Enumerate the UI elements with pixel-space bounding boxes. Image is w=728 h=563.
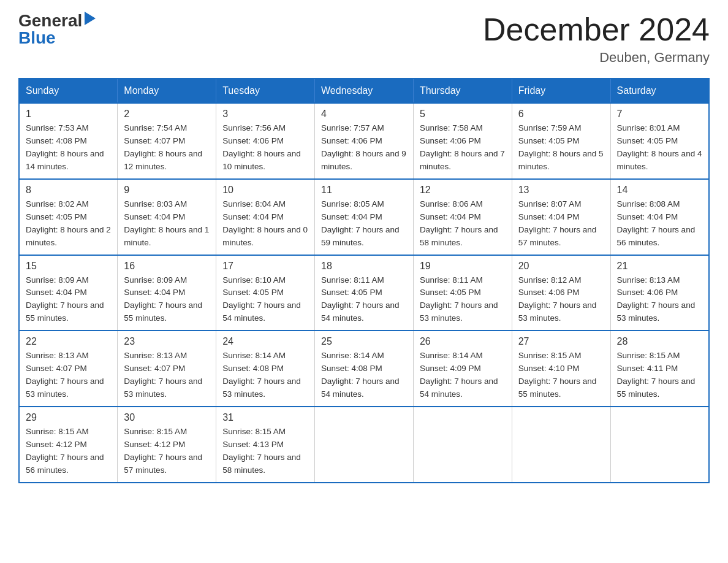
col-sunday: Sunday [19,79,118,103]
sunrise-label: Sunrise: [26,351,58,360]
day-number: 5 [420,109,506,120]
daylight-label: Daylight: [518,225,553,234]
day-number: 27 [518,336,604,347]
day-info: Sunrise: 8:10 AM Sunset: 4:05 PM Dayligh… [222,274,308,326]
day-info: Sunrise: 8:09 AM Sunset: 4:04 PM Dayligh… [26,274,111,326]
sunrise-value: 8:15 AM [551,351,582,360]
sunset-value: 4:11 PM [647,364,678,373]
sunset-label: Sunset: [222,212,253,221]
calendar-week-row: 22 Sunrise: 8:13 AM Sunset: 4:07 PM Dayl… [19,331,709,407]
sunset-value: 4:04 PM [548,212,579,221]
table-row [315,407,414,483]
day-info: Sunrise: 8:13 AM Sunset: 4:07 PM Dayligh… [26,350,111,401]
sunrise-label: Sunrise: [617,123,650,132]
table-row [413,407,512,483]
daylight-label: Daylight: [124,225,158,234]
logo-general-text: General [18,12,82,29]
day-number: 23 [124,336,210,347]
sunrise-value: 8:07 AM [551,199,582,209]
sunset-label: Sunset: [321,136,352,145]
sunset-label: Sunset: [222,288,253,297]
day-info: Sunrise: 8:03 AM Sunset: 4:04 PM Dayligh… [124,198,210,250]
calendar-week-row: 1 Sunrise: 7:53 AM Sunset: 4:08 PM Dayli… [19,103,709,179]
month-title: December 2024 [483,12,710,47]
daylight-label: Daylight: [518,149,553,158]
sunrise-label: Sunrise: [321,351,354,360]
day-info: Sunrise: 8:11 AM Sunset: 4:05 PM Dayligh… [321,274,407,326]
day-info: Sunrise: 8:01 AM Sunset: 4:05 PM Dayligh… [617,122,702,174]
sunset-label: Sunset: [420,288,450,297]
day-number: 25 [321,336,407,347]
logo: General Blue [18,12,96,47]
sunset-value: 4:04 PM [154,288,185,297]
day-info: Sunrise: 8:15 AM Sunset: 4:13 PM Dayligh… [222,426,308,477]
sunrise-label: Sunrise: [222,199,255,209]
daylight-label: Daylight: [124,377,158,386]
daylight-label: Daylight: [617,301,651,310]
sunset-value: 4:05 PM [450,288,480,297]
sunset-value: 4:08 PM [352,364,382,373]
sunset-label: Sunset: [321,364,352,373]
sunset-value: 4:04 PM [154,212,185,221]
sunrise-value: 8:06 AM [452,199,483,209]
day-info: Sunrise: 8:11 AM Sunset: 4:05 PM Dayligh… [420,274,506,326]
sunset-label: Sunset: [26,136,56,145]
table-row: 11 Sunrise: 8:05 AM Sunset: 4:04 PM Dayl… [315,179,414,255]
sunset-label: Sunset: [617,212,648,221]
sunset-value: 4:05 PM [253,288,284,297]
calendar-table: Sunday Monday Tuesday Wednesday Thursday… [18,78,710,483]
daylight-label: Daylight: [26,301,60,310]
day-info: Sunrise: 8:07 AM Sunset: 4:04 PM Dayligh… [518,198,604,250]
day-number: 22 [26,336,111,347]
logo-arrow-icon [85,12,96,25]
sunrise-label: Sunrise: [420,275,452,285]
sunset-value: 4:05 PM [548,136,579,145]
day-number: 26 [420,336,506,347]
sunset-value: 4:07 PM [154,136,185,145]
table-row: 29 Sunrise: 8:15 AM Sunset: 4:12 PM Dayl… [19,407,118,483]
table-row: 12 Sunrise: 8:06 AM Sunset: 4:04 PM Dayl… [413,179,512,255]
day-number: 1 [26,109,111,120]
daylight-label: Daylight: [518,301,553,310]
day-number: 2 [124,109,210,120]
sunrise-label: Sunrise: [124,427,156,436]
sunset-label: Sunset: [420,136,450,145]
sunrise-label: Sunrise: [26,199,58,209]
sunset-label: Sunset: [518,212,549,221]
sunset-value: 4:07 PM [56,364,87,373]
table-row: 22 Sunrise: 8:13 AM Sunset: 4:07 PM Dayl… [19,331,118,407]
svg-marker-0 [85,12,96,25]
table-row: 9 Sunrise: 8:03 AM Sunset: 4:04 PM Dayli… [118,179,216,255]
sunset-label: Sunset: [124,212,154,221]
day-info: Sunrise: 7:59 AM Sunset: 4:05 PM Dayligh… [518,122,604,174]
sunrise-label: Sunrise: [222,275,255,285]
day-number: 6 [518,109,604,120]
sunrise-value: 7:56 AM [255,123,286,132]
sunrise-label: Sunrise: [222,123,255,132]
sunrise-value: 8:13 AM [58,351,89,360]
sunrise-label: Sunrise: [124,275,156,285]
daylight-label: Daylight: [617,225,651,234]
table-row: 13 Sunrise: 8:07 AM Sunset: 4:04 PM Dayl… [512,179,610,255]
daylight-label: Daylight: [26,149,60,158]
table-row: 3 Sunrise: 7:56 AM Sunset: 4:06 PM Dayli… [216,103,315,179]
table-row: 15 Sunrise: 8:09 AM Sunset: 4:04 PM Dayl… [19,255,118,331]
sunrise-value: 7:59 AM [551,123,582,132]
col-thursday: Thursday [413,79,512,103]
day-number: 12 [420,185,506,196]
col-friday: Friday [512,79,610,103]
day-info: Sunrise: 8:14 AM Sunset: 4:08 PM Dayligh… [222,350,308,401]
sunset-label: Sunset: [617,136,648,145]
day-info: Sunrise: 8:08 AM Sunset: 4:04 PM Dayligh… [617,198,702,250]
daylight-label: Daylight: [222,453,257,462]
day-info: Sunrise: 7:58 AM Sunset: 4:06 PM Dayligh… [420,122,506,174]
daylight-label: Daylight: [321,225,355,234]
sunrise-label: Sunrise: [420,199,452,209]
location-text: Deuben, Germany [483,50,710,66]
sunset-value: 4:04 PM [253,212,284,221]
sunset-value: 4:06 PM [647,288,678,297]
day-info: Sunrise: 8:14 AM Sunset: 4:09 PM Dayligh… [420,350,506,401]
day-info: Sunrise: 7:57 AM Sunset: 4:06 PM Dayligh… [321,122,407,174]
sunset-label: Sunset: [26,440,56,449]
table-row: 23 Sunrise: 8:13 AM Sunset: 4:07 PM Dayl… [118,331,216,407]
